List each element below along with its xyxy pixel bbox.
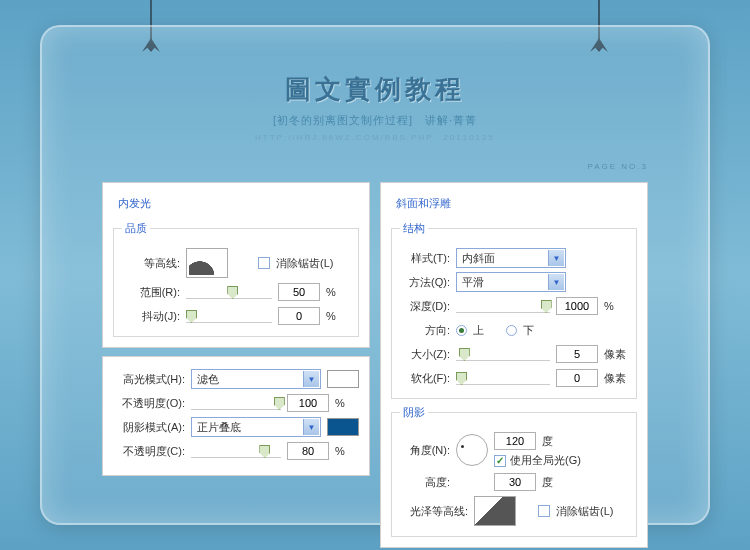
- soften-label: 软化(F):: [400, 371, 450, 386]
- hl-color-swatch[interactable]: [327, 370, 359, 388]
- style-select[interactable]: 内斜面▼: [456, 248, 566, 268]
- soften-input[interactable]: [556, 369, 598, 387]
- inner-glow-title: 内发光: [115, 196, 154, 211]
- size-input[interactable]: [556, 345, 598, 363]
- size-slider[interactable]: [456, 347, 550, 361]
- jitter-label: 抖动(J):: [122, 309, 180, 324]
- gloss-label: 光泽等高线:: [400, 504, 468, 519]
- sh-color-swatch[interactable]: [327, 418, 359, 436]
- shading-group: 阴影 角度(N): 度 ✓ 使用全局光(G): [391, 405, 637, 537]
- angle-input[interactable]: [494, 432, 536, 450]
- jitter-slider[interactable]: [186, 309, 272, 323]
- gloss-antialias-label: 消除锯齿(L): [556, 504, 613, 519]
- technique-label: 方法(Q):: [400, 275, 450, 290]
- jitter-unit: %: [326, 310, 350, 322]
- angle-dial[interactable]: [456, 434, 488, 466]
- hl-opacity-label: 不透明度(O):: [113, 396, 185, 411]
- altitude-label: 高度:: [400, 475, 450, 490]
- contour-picker[interactable]: [186, 248, 228, 278]
- direction-label: 方向:: [400, 323, 450, 338]
- highlight-shadow-panel: 高光模式(H): 滤色▼ 不透明度(O): % 阴影模式(A): 正片叠底▼ 不…: [102, 356, 370, 476]
- sh-opacity-slider[interactable]: [191, 444, 281, 458]
- page-title: 圖文實例教程: [42, 72, 708, 107]
- depth-slider[interactable]: [456, 299, 550, 313]
- range-input[interactable]: [278, 283, 320, 301]
- quality-legend: 品质: [122, 221, 150, 236]
- angle-label: 角度(N):: [400, 443, 450, 458]
- sh-opacity-unit: %: [335, 445, 359, 457]
- structure-group: 结构 样式(T): 内斜面▼ 方法(Q): 平滑▼ 深度(D): %: [391, 221, 637, 399]
- chevron-down-icon: ▼: [548, 250, 564, 266]
- global-light-label: 使用全局光(G): [510, 453, 581, 468]
- bevel-title: 斜面和浮雕: [393, 196, 454, 211]
- hl-opacity-input[interactable]: [287, 394, 329, 412]
- range-unit: %: [326, 286, 350, 298]
- gloss-antialias-checkbox[interactable]: [538, 505, 550, 517]
- direction-up-label: 上: [473, 323, 484, 338]
- hl-mode-label: 高光模式(H):: [113, 372, 185, 387]
- chevron-down-icon: ▼: [548, 274, 564, 290]
- sh-opacity-label: 不透明度(C):: [113, 444, 185, 459]
- contour-label: 等高线:: [122, 256, 180, 271]
- hl-mode-select[interactable]: 滤色▼: [191, 369, 321, 389]
- sh-mode-label: 阴影模式(A):: [113, 420, 185, 435]
- altitude-input[interactable]: [494, 473, 536, 491]
- technique-select[interactable]: 平滑▼: [456, 272, 566, 292]
- antialias-label: 消除锯齿(L): [276, 256, 333, 271]
- size-label: 大小(Z):: [400, 347, 450, 362]
- style-label: 样式(T):: [400, 251, 450, 266]
- hl-opacity-slider[interactable]: [191, 396, 281, 410]
- global-light-checkbox[interactable]: ✓: [494, 455, 506, 467]
- chevron-down-icon: ▼: [303, 371, 319, 387]
- page-url: HTTP://HRJ.66WZ.COM/BBS.PHP 20110125: [42, 132, 708, 143]
- angle-unit: 度: [542, 434, 566, 449]
- antialias-checkbox[interactable]: [258, 257, 270, 269]
- bevel-panel: 斜面和浮雕 结构 样式(T): 内斜面▼ 方法(Q): 平滑▼ 深度(D):: [380, 182, 648, 548]
- structure-legend: 结构: [400, 221, 428, 236]
- sh-opacity-input[interactable]: [287, 442, 329, 460]
- altitude-unit: 度: [542, 475, 566, 490]
- quality-group: 品质 等高线: 消除锯齿(L) 范围(R): %: [113, 221, 359, 337]
- direction-down-radio[interactable]: [506, 325, 517, 336]
- size-unit: 像素: [604, 347, 628, 362]
- jitter-input[interactable]: [278, 307, 320, 325]
- range-slider[interactable]: [186, 285, 272, 299]
- direction-up-radio[interactable]: [456, 325, 467, 336]
- gloss-contour-picker[interactable]: [474, 496, 516, 526]
- depth-label: 深度(D):: [400, 299, 450, 314]
- soften-slider[interactable]: [456, 371, 550, 385]
- direction-down-label: 下: [523, 323, 534, 338]
- soften-unit: 像素: [604, 371, 628, 386]
- range-label: 范围(R):: [122, 285, 180, 300]
- depth-unit: %: [604, 300, 628, 312]
- depth-input[interactable]: [556, 297, 598, 315]
- page-header: 圖文實例教程 [初冬的别离图文制作过程] 讲解·菁菁 HTTP://HRJ.66…: [42, 27, 708, 143]
- page-number: PAGE NO.3: [587, 162, 648, 171]
- shading-legend: 阴影: [400, 405, 428, 420]
- chevron-down-icon: ▼: [303, 419, 319, 435]
- glass-frame: 圖文實例教程 [初冬的别离图文制作过程] 讲解·菁菁 HTTP://HRJ.66…: [40, 25, 710, 525]
- hl-opacity-unit: %: [335, 397, 359, 409]
- inner-glow-panel: 内发光 品质 等高线: 消除锯齿(L) 范围(R): %: [102, 182, 370, 348]
- page-subtitle: [初冬的别离图文制作过程] 讲解·菁菁: [42, 113, 708, 128]
- sh-mode-select[interactable]: 正片叠底▼: [191, 417, 321, 437]
